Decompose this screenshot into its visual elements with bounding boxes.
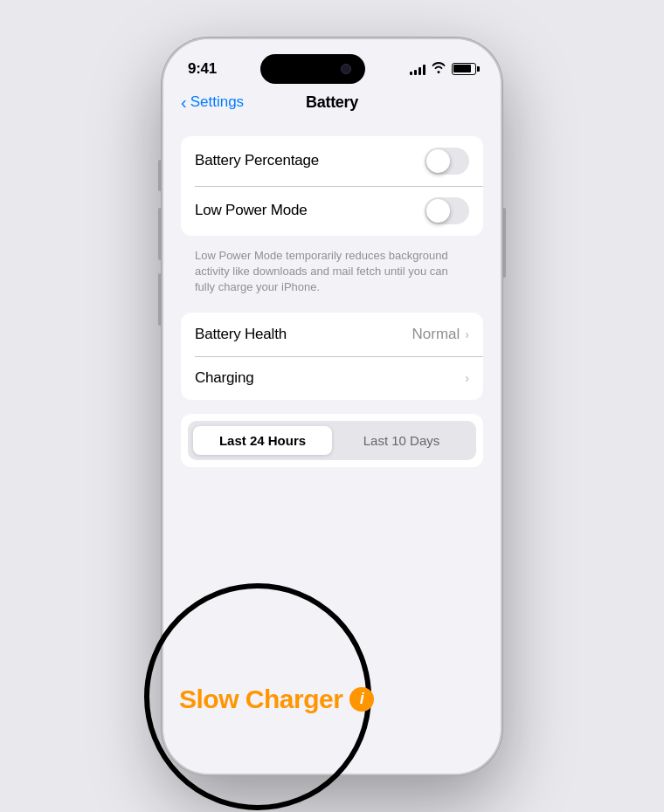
low-power-mode-row: Low Power Mode (181, 186, 483, 236)
signal-bar-4 (423, 65, 425, 75)
back-chevron-icon: ‹ (181, 93, 187, 111)
slow-charger-annotation: Slow Charger i (179, 685, 374, 714)
camera-dot (341, 64, 351, 74)
charging-row[interactable]: Charging › (181, 356, 483, 400)
time-period-group: Last 24 Hours Last 10 Days (181, 414, 483, 467)
status-icons (410, 61, 476, 76)
power-button (502, 208, 506, 278)
nav-bar: ‹ Settings Battery (163, 86, 501, 122)
back-button[interactable]: ‹ Settings (181, 93, 244, 111)
phone-screen: 9:41 (163, 39, 501, 774)
battery-percentage-toggle[interactable] (425, 148, 469, 175)
charging-label: Charging (195, 369, 253, 387)
toggles-group: Battery Percentage Low Power Mode (181, 136, 483, 236)
signal-bars-icon (410, 63, 425, 75)
signal-bar-1 (410, 72, 412, 75)
battery-fill (453, 65, 471, 72)
settings-content: Battery Percentage Low Power Mode Low Po… (163, 122, 501, 760)
slow-charger-text: Slow Charger (179, 685, 342, 714)
time-tabs-container: Last 24 Hours Last 10 Days (188, 421, 476, 460)
phone-mockup: 9:41 (162, 38, 502, 775)
back-label: Settings (190, 93, 244, 111)
signal-bar-2 (414, 70, 417, 75)
status-time: 9:41 (188, 60, 217, 78)
chevron-right-icon: › (465, 327, 469, 341)
last-10-days-tab[interactable]: Last 10 Days (332, 426, 471, 455)
battery-health-label: Battery Health (195, 326, 287, 343)
health-group: Battery Health Normal › Charging › (181, 313, 483, 400)
battery-percentage-label: Battery Percentage (195, 152, 319, 169)
battery-health-right: Normal › (412, 326, 469, 343)
status-bar: 9:41 (163, 39, 501, 86)
low-power-mode-label: Low Power Mode (195, 202, 308, 219)
page-title: Battery (306, 93, 358, 112)
chevron-right-icon-2: › (465, 371, 469, 385)
charging-right: › (465, 371, 469, 385)
phone-frame: 9:41 (162, 38, 502, 775)
battery-status-icon (452, 63, 476, 75)
battery-health-row[interactable]: Battery Health Normal › (181, 313, 483, 356)
signal-bar-3 (418, 67, 421, 75)
info-icon-label: i (360, 690, 364, 708)
toggle-knob (426, 149, 450, 173)
info-badge-icon[interactable]: i (349, 687, 374, 712)
low-power-note: Low Power Mode temporarily reduces backg… (181, 243, 483, 306)
dynamic-island (260, 54, 365, 84)
last-24-hours-tab[interactable]: Last 24 Hours (193, 426, 332, 455)
toggle-knob-2 (426, 199, 450, 223)
battery-health-value: Normal (412, 326, 460, 343)
low-power-mode-toggle[interactable] (425, 197, 469, 224)
battery-percentage-row: Battery Percentage (181, 136, 483, 186)
wifi-icon (431, 61, 446, 76)
